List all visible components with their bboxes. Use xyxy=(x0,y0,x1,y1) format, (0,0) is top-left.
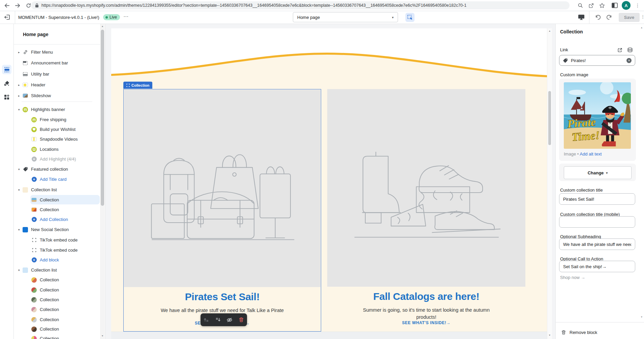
sidebar-item-filter-menu[interactable]: ▸ Filter Menu xyxy=(18,47,100,57)
device-preview-icon[interactable] xyxy=(577,13,586,21)
caret-down-icon[interactable]: ▾ xyxy=(18,168,23,171)
hide-block-icon[interactable] xyxy=(225,315,234,324)
move-up-icon[interactable] xyxy=(202,315,211,324)
caret-down-icon[interactable]: ▾ xyxy=(18,228,23,231)
block-label-badge[interactable]: Collection xyxy=(123,82,152,89)
sidebar-item-snapdoodle-videos[interactable]: Snapdoodle Videos xyxy=(18,134,105,144)
sections-tab[interactable] xyxy=(2,65,11,74)
sidebar-item-featured-collection[interactable]: ▾ Featured collection xyxy=(18,164,100,174)
sidebar-item-collection-list-2[interactable]: ▾ Collection list xyxy=(18,265,100,275)
collection-card-pirates[interactable]: Pirates Set Sail! We have all the pirate… xyxy=(123,89,321,332)
heart-icon xyxy=(31,127,37,132)
browser-menu-icon[interactable]: ⋮ xyxy=(634,1,641,9)
custom-title-mobile-input[interactable] xyxy=(559,216,635,228)
sidebar-item-header[interactable]: ▸ Header xyxy=(18,80,100,90)
shoes-illustration xyxy=(347,127,505,249)
zoom-page-icon[interactable] xyxy=(576,1,584,9)
image-word: Image xyxy=(564,151,576,157)
sidebar-item-utility-bar[interactable]: Utility bar xyxy=(18,69,100,79)
caret-right-icon[interactable]: ▸ xyxy=(18,94,23,97)
card-cta-link[interactable]: SEE WHAT'S INSIDE!→ xyxy=(327,320,525,325)
card-subtitle: We have all the pirate stuff we need for… xyxy=(124,307,321,314)
panel-scroll-up-icon[interactable]: ▲ xyxy=(640,26,644,29)
remove-block-button[interactable]: Remove block xyxy=(561,327,597,337)
sidebar-item-tiktok-embed[interactable]: TikTok embed code xyxy=(18,245,105,255)
caret-right-icon[interactable]: ▸ xyxy=(18,83,23,87)
scroll-up-icon[interactable]: ▲ xyxy=(547,30,552,32)
theme-actions-icon[interactable]: ⋯ xyxy=(123,13,129,20)
collection-card-fall[interactable]: Fall Catalogs are here! Summer is going,… xyxy=(327,89,525,332)
sections-sidebar: Home page ▸ Filter Menu Announcement bar… xyxy=(13,24,105,339)
browser-back-icon[interactable] xyxy=(3,1,11,9)
caret-down-icon[interactable]: ▾ xyxy=(18,108,23,111)
caret-down-icon[interactable]: ▾ xyxy=(18,269,23,272)
custom-title-input[interactable] xyxy=(559,193,635,205)
plus-circle-icon: + xyxy=(31,257,37,263)
sidebar-item-collection[interactable]: Collection xyxy=(18,285,105,295)
subheading-input[interactable] xyxy=(559,238,635,250)
sidebar-item-tiktok-embed[interactable]: TikTok embed code xyxy=(18,235,105,245)
clear-link-icon[interactable]: ✕ xyxy=(626,58,632,63)
delete-block-icon[interactable] xyxy=(237,315,246,324)
sidebar-item-announcement-bar[interactable]: Announcement bar xyxy=(18,58,100,68)
bags-illustration xyxy=(143,128,302,249)
bookmark-star-icon[interactable] xyxy=(598,1,606,9)
undo-icon[interactable] xyxy=(594,13,602,21)
caret-down-icon[interactable]: ▾ xyxy=(18,188,23,192)
page-selector[interactable]: Home page ▾ xyxy=(293,12,398,22)
panel-scroll-down-icon[interactable]: ▼ xyxy=(640,316,644,318)
live-badge: Live xyxy=(103,14,120,20)
canvas-scrollbar[interactable]: ▲ ▼ xyxy=(547,28,552,339)
sidebar-item-collection-selected[interactable]: Collection xyxy=(18,195,105,205)
browser-avatar[interactable]: A xyxy=(622,1,631,10)
sidebar-item-add-title-card[interactable]: + Add Title card xyxy=(18,174,105,184)
sidebar-item-collection[interactable]: Collection xyxy=(18,305,105,314)
move-down-icon[interactable] xyxy=(214,315,222,324)
change-image-card: Change ▾ xyxy=(559,164,636,181)
sidebar-item-locations[interactable]: Locations xyxy=(18,144,105,154)
header-kebab-icon[interactable]: ⋮ xyxy=(641,14,644,19)
sidebar-item-collection[interactable]: Collection xyxy=(18,315,105,324)
change-image-button[interactable]: Change ▾ xyxy=(564,166,632,179)
side-panel-icon[interactable] xyxy=(611,1,619,9)
url-bar[interactable]: https://snapdoodle-toys.myshopify.com/ad… xyxy=(31,1,570,9)
sidebar-item-add-block[interactable]: + Add block xyxy=(18,255,105,265)
divider xyxy=(22,102,92,102)
theme-settings-tab[interactable] xyxy=(2,79,11,88)
sidebar-item-collection[interactable]: Collection xyxy=(18,205,105,215)
share-icon[interactable] xyxy=(587,1,595,9)
sidebar-item-highlights-banner[interactable]: ▾ Highlights banner xyxy=(18,105,100,114)
cta-input[interactable] xyxy=(559,261,635,272)
scroll-up-icon[interactable]: ▲ xyxy=(100,25,105,27)
sidebar-item-collection[interactable]: Collection xyxy=(18,275,105,285)
section-inspector-button[interactable] xyxy=(405,13,415,22)
sidebar-item-collection[interactable]: Collection xyxy=(18,334,105,339)
save-button[interactable]: Save xyxy=(619,13,640,22)
link-field[interactable]: Pirates! ✕ xyxy=(559,55,635,66)
sidebar-item-collection[interactable]: Collection xyxy=(18,324,105,334)
sidebar-item-build-your-wishlist[interactable]: Build your Wishlist xyxy=(18,124,105,134)
redo-icon[interactable] xyxy=(605,13,613,21)
highlight-icon xyxy=(23,107,28,112)
sidebar-item-free-shipping[interactable]: Free shipping xyxy=(18,115,105,124)
sidebar-item-collection-list-1[interactable]: ▾ Collection list xyxy=(18,185,100,195)
browser-forward-icon[interactable] xyxy=(13,1,22,9)
scroll-down-icon[interactable]: ▼ xyxy=(547,334,552,336)
panel-title: Collection xyxy=(560,29,583,34)
caret-right-icon[interactable]: ▸ xyxy=(18,51,23,54)
open-link-icon[interactable] xyxy=(617,48,622,53)
block-settings-panel: Collection Link Pirates! ✕ Custom image xyxy=(555,24,644,339)
custom-image-thumbnail[interactable]: Pirate Time! xyxy=(564,82,631,149)
resource-stack-icon[interactable] xyxy=(627,47,633,53)
theme-preview-area: Collection xyxy=(105,24,555,339)
sidebar-item-slideshow[interactable]: ▸ Slideshow xyxy=(18,91,100,101)
sidebar-item-collection[interactable]: Collection xyxy=(18,295,105,305)
embed-brackets-icon xyxy=(31,237,37,243)
sidebar-item-new-social-section[interactable]: ▾ New Social Section xyxy=(18,225,100,234)
sidebar-item-add-collection[interactable]: + Add Collection xyxy=(18,215,105,224)
scrollbar-thumb[interactable] xyxy=(548,91,551,145)
store-icon xyxy=(31,147,37,152)
apps-tab[interactable] xyxy=(2,92,11,102)
add-alt-text-link[interactable]: Add alt text xyxy=(580,151,602,157)
exit-editor-button[interactable] xyxy=(3,13,11,21)
